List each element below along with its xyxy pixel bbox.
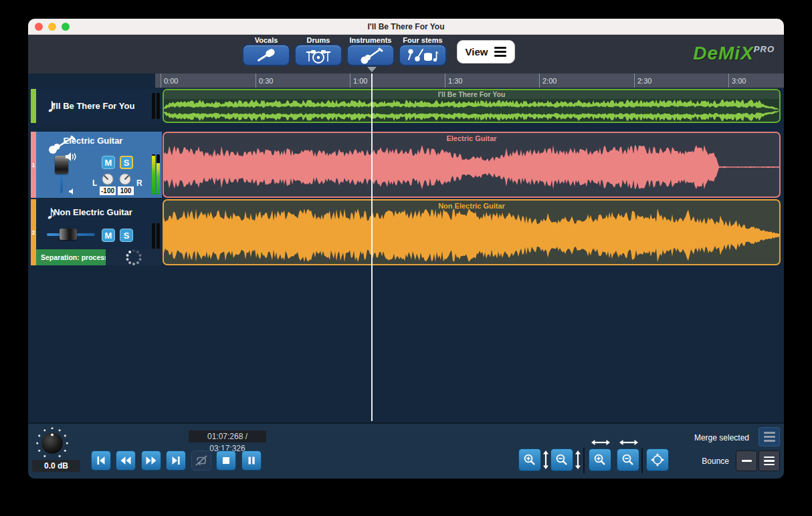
bounce-single-button[interactable] bbox=[736, 450, 757, 471]
pan-right-label: R bbox=[136, 178, 142, 188]
stop-button[interactable] bbox=[216, 450, 236, 471]
mute-button[interactable]: M bbox=[102, 229, 115, 242]
track-color-strip bbox=[31, 89, 36, 123]
logo-suffix: PRO bbox=[754, 44, 775, 54]
separation-status-panel bbox=[106, 249, 162, 265]
horizontal-arrows-icon bbox=[591, 439, 610, 446]
level-meter-right bbox=[157, 154, 160, 195]
vocals-button[interactable] bbox=[242, 44, 290, 66]
all-stems-icon bbox=[764, 457, 775, 459]
pan-left-knob[interactable] bbox=[102, 173, 114, 185]
screen: I'll Be There For You Vocals Drums bbox=[0, 0, 812, 516]
clip-electric-guitar[interactable]: Electric Guitar bbox=[163, 132, 781, 198]
stop-icon bbox=[221, 456, 231, 465]
microphone-icon bbox=[253, 47, 280, 64]
zoom-out-vertical-button[interactable] bbox=[550, 448, 573, 471]
track-title: Non Electric Guitar bbox=[40, 207, 146, 217]
spinner-icon bbox=[124, 249, 143, 266]
master-volume-knob[interactable] bbox=[33, 426, 71, 461]
loop-off-icon bbox=[195, 455, 208, 467]
speaker-quiet-icon bbox=[68, 188, 77, 195]
pause-icon bbox=[247, 456, 256, 465]
level-meter-left bbox=[152, 154, 155, 195]
four-stems-icon bbox=[405, 47, 440, 64]
slider-center-mark bbox=[68, 227, 68, 241]
ruler-tick: 3:00 bbox=[728, 74, 746, 88]
zoom-in-icon bbox=[523, 453, 536, 467]
solo-button[interactable]: S bbox=[120, 156, 133, 169]
separation-status-badge: Separation: processing bbox=[36, 249, 106, 265]
merge-selected-label: Merge selected bbox=[650, 433, 749, 442]
drumkit-icon bbox=[305, 47, 332, 64]
track-title: Electric Guitar bbox=[40, 136, 146, 146]
waveform-non-electric-guitar bbox=[164, 201, 779, 264]
titlebar: I'll Be There For You bbox=[28, 19, 784, 35]
ruler-tick: 2:00 bbox=[539, 74, 556, 88]
pan-left-value[interactable]: -100 bbox=[100, 186, 116, 195]
track-number: 2 bbox=[31, 229, 36, 236]
level-meter-left bbox=[152, 93, 155, 119]
window-title: I'll Be There For You bbox=[28, 19, 784, 35]
time-display: 01:07:268 / 03:17:326 bbox=[189, 430, 266, 442]
mute-button[interactable]: M bbox=[102, 156, 115, 169]
track-header-non-electric-guitar[interactable]: 2 ♪ Non Electric Guitar M S Separation: … bbox=[31, 199, 162, 265]
time-ruler[interactable]: 0:00 0:30 1:00 1:30 2:00 2:30 3:00 bbox=[155, 74, 784, 88]
ruler-tick: 0:00 bbox=[161, 74, 178, 88]
timeline-workspace: 0:00 0:30 1:00 1:30 2:00 2:30 3:00 ♪ I'l… bbox=[28, 74, 784, 422]
clip-non-electric-guitar[interactable]: Non Electric Guitar bbox=[163, 199, 781, 265]
view-menu-icon bbox=[494, 47, 506, 57]
clip-label: Non Electric Guitar bbox=[164, 202, 779, 210]
volume-slider-knob[interactable] bbox=[60, 229, 77, 240]
level-meter-right bbox=[157, 93, 160, 119]
waveform-mix bbox=[164, 99, 779, 122]
drums-button[interactable] bbox=[294, 44, 342, 66]
zoom-out-horizontal-button[interactable] bbox=[617, 448, 639, 471]
view-button-label: View bbox=[466, 46, 488, 57]
speaker-loud-icon bbox=[65, 152, 77, 162]
loop-button[interactable] bbox=[191, 450, 211, 471]
skip-to-end-icon bbox=[171, 455, 181, 466]
divider bbox=[641, 448, 643, 473]
ruler-tick: 1:30 bbox=[445, 74, 462, 88]
ruler-tick: 0:30 bbox=[256, 74, 273, 88]
rewind-button[interactable] bbox=[116, 450, 136, 471]
ruler-tick: 1:00 bbox=[350, 74, 367, 88]
divider bbox=[583, 448, 585, 473]
bounce-all-button[interactable] bbox=[758, 450, 780, 471]
app-logo: DeMiXPRO bbox=[693, 43, 775, 64]
zoom-in-icon bbox=[593, 453, 607, 467]
stem-label-four-stems: Four stems bbox=[392, 36, 453, 44]
four-stems-button[interactable] bbox=[399, 44, 447, 66]
track-header-electric-guitar[interactable]: 1 Electric Guitar M S L bbox=[31, 132, 162, 198]
master-volume-value: 0.0 dB bbox=[32, 460, 80, 472]
track-title: I'll Be There For You bbox=[40, 101, 146, 111]
vertical-arrows-icon bbox=[575, 450, 581, 469]
app-window: I'll Be There For You Vocals Drums bbox=[28, 19, 784, 479]
zoom-out-icon bbox=[555, 453, 569, 467]
pause-button[interactable] bbox=[241, 450, 262, 471]
track-number: 1 bbox=[31, 162, 36, 168]
merge-icon bbox=[764, 432, 775, 434]
fast-forward-button[interactable] bbox=[141, 450, 161, 471]
instruments-button[interactable] bbox=[346, 44, 395, 66]
horizontal-arrows-icon bbox=[619, 439, 638, 446]
zoom-out-icon bbox=[621, 453, 635, 467]
merge-selected-button[interactable] bbox=[758, 427, 780, 446]
view-button[interactable]: View bbox=[457, 40, 515, 63]
playhead-marker[interactable] bbox=[367, 67, 377, 72]
transport-bar: 0.0 dB 01:07:268 / 03:17:326 bbox=[28, 422, 784, 479]
vertical-arrows-icon bbox=[542, 450, 549, 469]
skip-to-end-button[interactable] bbox=[166, 450, 186, 471]
track-header-mix[interactable]: ♪ I'll Be There For You bbox=[31, 89, 162, 123]
logo-text: DeMiX bbox=[693, 43, 754, 63]
zoom-in-vertical-button[interactable] bbox=[518, 448, 541, 471]
pan-right-knob[interactable] bbox=[119, 173, 131, 185]
zoom-in-horizontal-button[interactable] bbox=[589, 448, 611, 471]
playhead-line[interactable] bbox=[371, 74, 373, 421]
skip-to-start-icon bbox=[96, 455, 106, 466]
pan-right-value[interactable]: 100 bbox=[118, 186, 134, 195]
clip-label: I'll Be There For You bbox=[164, 90, 779, 99]
clip-mix[interactable]: I'll Be There For You bbox=[163, 89, 781, 123]
skip-to-start-button[interactable] bbox=[91, 450, 111, 471]
solo-button[interactable]: S bbox=[120, 229, 133, 242]
